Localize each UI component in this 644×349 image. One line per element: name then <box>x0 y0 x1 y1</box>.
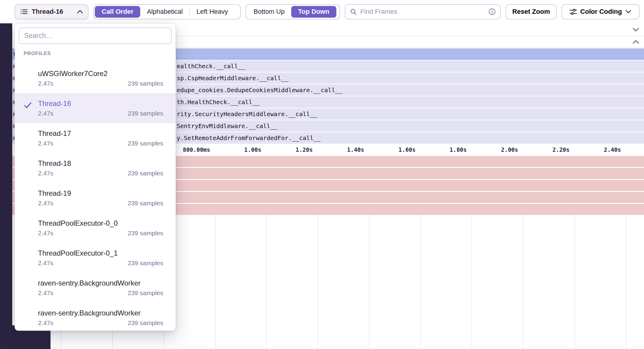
profile-name: Thread-19 <box>38 189 163 198</box>
profile-duration: 2.47s <box>38 260 53 267</box>
frame-label: edupe_cookies.DedupeCookiesMiddleware.__… <box>177 87 342 94</box>
sliders-icon <box>570 8 577 16</box>
profile-duration: 2.47s <box>38 140 53 147</box>
list-icon <box>20 8 28 16</box>
time-axis-tick: 1.20s <box>296 144 313 155</box>
time-axis-tick: 1.80s <box>450 144 467 155</box>
profile-duration: 2.47s <box>38 170 53 177</box>
collapse-panel-button[interactable] <box>632 27 639 32</box>
gridline <box>420 215 421 349</box>
sort-option-alphabetical[interactable]: Alphabetical <box>140 6 189 18</box>
profile-name: Thread-18 <box>38 159 163 168</box>
profiles-section-label: PROFILES <box>24 51 176 57</box>
search-icon <box>350 8 357 15</box>
info-icon[interactable] <box>489 8 496 15</box>
profile-name: ThreadPoolExecutor-0_1 <box>38 249 163 257</box>
profile-list-item[interactable]: Thread-18 2.47s 239 samples <box>15 153 176 183</box>
profile-duration: 2.47s <box>38 110 53 117</box>
profile-duration: 2.47s <box>38 80 53 87</box>
profile-name: ThreadPoolExecutor-0_0 <box>38 219 163 227</box>
profile-list-item[interactable]: raven-sentry.BackgroundWorker 2.47s 239 … <box>15 273 176 303</box>
chevron-down-icon <box>625 10 631 14</box>
profile-name: raven-sentry.BackgroundWorker <box>38 309 163 317</box>
time-axis-tick: 1.40s <box>347 144 364 155</box>
check-icon <box>23 101 32 110</box>
gridline <box>266 215 267 349</box>
profile-samples: 239 samples <box>128 140 163 147</box>
frame-label: SentryEnvMiddleware.__call__ <box>177 122 277 130</box>
profile-list-item[interactable]: Thread-19 2.47s 239 samples <box>15 183 176 213</box>
dropdown-search-box <box>19 28 172 44</box>
thread-selector-label: Thread-16 <box>32 8 63 16</box>
chevron-down-icon <box>632 27 639 32</box>
color-coding-button[interactable]: Color Coding <box>561 4 640 19</box>
time-axis-tick: 2.20s <box>553 144 570 155</box>
profile-samples: 239 samples <box>128 230 163 237</box>
left-sidebar-strip <box>0 23 12 349</box>
profile-name: Thread-16 <box>38 99 163 108</box>
thread-dropdown-panel: PROFILES uWSGIWorker7Core2 2.47s 239 sam… <box>15 23 176 331</box>
profile-duration: 2.47s <box>38 319 53 327</box>
profile-name: uWSGIWorker7Core2 <box>38 69 163 78</box>
sort-segmented-control: Call Order Alphabetical Left Heavy <box>93 4 241 19</box>
direction-option-top-down[interactable]: Top Down <box>291 6 336 18</box>
time-axis-tick: 2.00s <box>501 144 518 155</box>
time-axis-tick: 1.60s <box>399 144 416 155</box>
profile-samples: 239 samples <box>128 319 163 327</box>
time-axis-tick: 1.00s <box>244 144 261 155</box>
profile-samples: 239 samples <box>128 80 163 87</box>
profile-samples: 239 samples <box>128 289 163 297</box>
gridline <box>369 215 370 349</box>
profile-samples: 239 samples <box>128 170 163 177</box>
sort-option-call-order[interactable]: Call Order <box>95 6 140 18</box>
profile-duration: 2.47s <box>38 200 53 207</box>
gridline <box>574 215 575 349</box>
profile-name: Thread-17 <box>38 129 163 138</box>
profile-duration: 2.47s <box>38 289 53 297</box>
profile-samples: 239 samples <box>128 110 163 117</box>
profile-list-item[interactable]: ThreadPoolExecutor-0_1 2.47s 239 samples <box>15 243 176 273</box>
frame-label: y.SetRemoteAddrFromForwardedFor.__call__ <box>177 134 321 142</box>
frame-label: sp.CspHeaderMiddleware.__call__ <box>177 75 288 82</box>
color-coding-label: Color Coding <box>580 8 622 16</box>
chevron-up-icon <box>77 10 83 14</box>
frame-label: rity.SecurityHeadersMiddleware.__call__ <box>177 110 317 118</box>
gridline <box>215 215 216 349</box>
direction-option-bottom-up[interactable]: Bottom Up <box>247 6 291 18</box>
gridline <box>318 215 318 349</box>
profile-samples: 239 samples <box>128 200 163 207</box>
profile-list-item[interactable]: Thread-16 2.47s 239 samples <box>15 93 176 123</box>
profile-duration: 2.47s <box>38 230 53 237</box>
profile-list-item[interactable]: ThreadPoolExecutor-0_0 2.47s 239 samples <box>15 213 176 243</box>
gridline <box>523 215 524 349</box>
reset-zoom-button[interactable]: Reset Zoom <box>506 4 557 19</box>
profile-list-item[interactable]: raven-sentry.BackgroundWorker 2.47s 239 … <box>15 303 176 331</box>
dropdown-search-input[interactable] <box>24 32 166 40</box>
find-frames-input[interactable] <box>360 8 485 16</box>
direction-segmented-control: Bottom Up Top Down <box>245 4 340 19</box>
sort-option-left-heavy[interactable]: Left Heavy <box>190 6 234 18</box>
gridline <box>626 215 626 349</box>
time-axis-tick: 800.00ms <box>183 144 210 155</box>
time-axis-tick: 2.40s <box>604 144 621 155</box>
gridline <box>471 215 472 349</box>
profile-list-item[interactable]: Thread-17 2.47s 239 samples <box>15 123 176 153</box>
profile-list-item[interactable]: uWSGIWorker7Core2 2.47s 239 samples <box>15 63 176 93</box>
profile-samples: 239 samples <box>128 260 163 267</box>
thread-selector-button[interactable]: Thread-16 <box>15 4 88 19</box>
toolbar: Thread-16 Call Order Alphabetical Left H… <box>0 0 644 23</box>
profile-name: raven-sentry.BackgroundWorker <box>38 279 163 287</box>
frame-label: ealthCheck.__call__ <box>177 63 245 70</box>
profiles-list: uWSGIWorker7Core2 2.47s 239 samples Thre… <box>15 63 176 331</box>
chevron-up-icon <box>632 40 639 44</box>
expand-panel-button[interactable] <box>632 40 639 44</box>
frame-label: th.HealthCheck.__call__ <box>177 98 260 106</box>
find-frames-search <box>345 4 501 19</box>
